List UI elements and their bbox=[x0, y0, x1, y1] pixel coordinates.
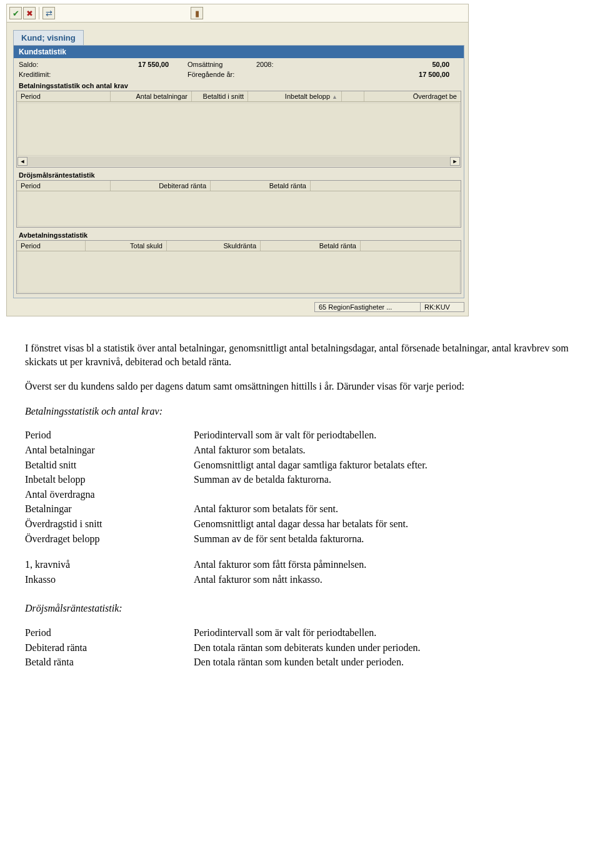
grid-betalning-header: Period Antal betalningar Betaltid i snit… bbox=[17, 91, 461, 102]
stats-row-1: Saldo: 17 550,00 Omsättning 2008: 50,00 bbox=[14, 58, 464, 68]
grid-betalning-hscroll[interactable]: ◄ ► bbox=[18, 156, 460, 166]
grid-betalning-body bbox=[18, 103, 460, 156]
col3-skuldranta[interactable]: Skuldränta bbox=[167, 241, 261, 251]
definition-term: 1, kravnivå bbox=[25, 557, 194, 572]
definition-row: Betaltid snittGenomsnittligt antal dagar… bbox=[25, 458, 428, 473]
definition-term: Inbetalt belopp bbox=[25, 472, 194, 487]
cancel-button[interactable]: ✖ bbox=[23, 7, 36, 19]
definition-term: Antal överdragna bbox=[25, 487, 194, 502]
definition-term: Period bbox=[25, 428, 194, 443]
section-avbetalning-title: Avbetalningsstatistik bbox=[14, 230, 464, 240]
definition-row: 1, kravnivåAntal fakturor som fått först… bbox=[25, 557, 366, 572]
definitions-1: PeriodPeriodintervall som är valt för pe… bbox=[25, 428, 428, 546]
exit-button[interactable]: ▮ bbox=[191, 7, 203, 19]
foregaende-value: 17 500,00 bbox=[306, 71, 459, 78]
scroll-right-icon[interactable]: ► bbox=[450, 157, 460, 166]
definition-term: Betald ränta bbox=[25, 655, 194, 670]
definition-desc: Summan av de för sent betalda fakturorna… bbox=[194, 532, 428, 547]
doc-paragraph-2: Överst ser du kundens saldo per dagens d… bbox=[25, 380, 575, 393]
tab-kund-visning[interactable]: Kund; visning bbox=[13, 30, 84, 45]
col-inbetalt[interactable]: Inbetalt belopp ▲ bbox=[248, 91, 342, 101]
swap-button[interactable]: ⇄ bbox=[42, 7, 55, 19]
definition-term: Överdraget belopp bbox=[25, 532, 194, 547]
section-betalning-title: Betalningsstatistik och antal krav bbox=[14, 81, 464, 91]
definitions-3: PeriodPeriodintervall som är valt för pe… bbox=[25, 625, 421, 670]
col3-total-skuld[interactable]: Total skuld bbox=[86, 241, 167, 251]
definition-desc: Antal fakturor som betalats för sent. bbox=[194, 502, 428, 517]
definition-desc: Genomsnittligt antal dagar dessa har bet… bbox=[194, 517, 428, 532]
grid-drojsmal-body bbox=[18, 192, 460, 226]
status-company: 65 RegionFastigheter ... bbox=[314, 302, 421, 312]
definition-desc: Den totala räntan som debiterats kunden … bbox=[194, 640, 421, 655]
col2-betald[interactable]: Betald ränta bbox=[211, 181, 311, 191]
section-drojsmal-title: Dröjsmålsräntestatistik bbox=[14, 170, 464, 180]
stats-row-2: Kreditlimit: Föregående år: 17 500,00 bbox=[14, 68, 464, 81]
kreditlimit-label: Kreditlimit: bbox=[19, 71, 75, 78]
definition-desc bbox=[194, 487, 428, 502]
col2-debiterad[interactable]: Debiterad ränta bbox=[111, 181, 211, 191]
omsattning-label: Omsättning bbox=[188, 61, 256, 68]
document-body: I fönstret visas bl a statistik över ant… bbox=[25, 341, 575, 670]
saldo-value: 17 550,00 bbox=[75, 61, 188, 68]
col3-period[interactable]: Period bbox=[17, 241, 86, 251]
definition-row: Inbetalt beloppSumman av de betalda fakt… bbox=[25, 472, 428, 487]
definition-desc: Genomsnittligt antal dagar samtliga fakt… bbox=[194, 458, 428, 473]
doc-heading-1: Betalningsstatistik och antal krav: bbox=[25, 405, 575, 418]
definition-row: Antal betalningarAntal fakturor som beta… bbox=[25, 443, 428, 458]
doc-heading-2: Dröjsmålsräntestatistik: bbox=[25, 602, 575, 615]
grid-avbetalning-body bbox=[18, 252, 460, 293]
definition-desc: Periodintervall som är valt för periodta… bbox=[194, 625, 421, 640]
toolbar-spacer bbox=[7, 23, 468, 28]
definition-row: Överdragstid i snittGenomsnittligt antal… bbox=[25, 517, 428, 532]
col-overdraget[interactable]: Överdraget be bbox=[364, 91, 461, 101]
definition-term: Betalningar bbox=[25, 502, 194, 517]
definition-term: Överdragstid i snitt bbox=[25, 517, 194, 532]
app-window: ✔ ✖ ⇄ ▮ Kund; visning Kundstatistik Sald… bbox=[6, 4, 469, 316]
definition-row: Överdraget beloppSumman av de för sent b… bbox=[25, 532, 428, 547]
definition-desc: Periodintervall som är valt för periodta… bbox=[194, 428, 428, 443]
col2-period[interactable]: Period bbox=[17, 181, 111, 191]
sort-asc-icon: ▲ bbox=[332, 94, 338, 100]
col3-betald-ranta[interactable]: Betald ränta bbox=[261, 241, 361, 251]
year-value: 50,00 bbox=[306, 61, 459, 68]
toolbar-separator bbox=[39, 7, 39, 19]
definition-desc: Antal fakturor som fått första påminnels… bbox=[194, 557, 366, 572]
definitions-2: 1, kravnivåAntal fakturor som fått först… bbox=[25, 557, 366, 587]
panel-title: Kundstatistik bbox=[14, 46, 464, 58]
saldo-label: Saldo: bbox=[19, 61, 75, 68]
definition-desc: Summan av de betalda fakturorna. bbox=[194, 472, 428, 487]
col-blank[interactable] bbox=[342, 91, 364, 101]
status-bar: 65 RegionFastigheter ... RK:KUV bbox=[13, 302, 464, 312]
definition-term: Period bbox=[25, 625, 194, 640]
definition-term: Inkasso bbox=[25, 572, 194, 587]
grid-drojsmal: Period Debiterad ränta Betald ränta bbox=[16, 180, 461, 228]
definition-row: BetalningarAntal fakturor som betalats f… bbox=[25, 502, 428, 517]
grid-avbetalning-header: Period Total skuld Skuldränta Betald rän… bbox=[17, 241, 461, 251]
definition-desc: Antal fakturor som betalats. bbox=[194, 443, 428, 458]
grid-betalning: Period Antal betalningar Betaltid i snit… bbox=[16, 91, 461, 168]
grid-drojsmal-header: Period Debiterad ränta Betald ränta bbox=[17, 181, 461, 191]
col-antal-betalningar[interactable]: Antal betalningar bbox=[111, 91, 192, 101]
definition-desc: Den totala räntan som kunden betalt unde… bbox=[194, 655, 421, 670]
scroll-left-icon[interactable]: ◄ bbox=[18, 157, 28, 166]
definition-term: Betaltid snitt bbox=[25, 458, 194, 473]
kreditlimit-value bbox=[75, 71, 188, 78]
toolbar: ✔ ✖ ⇄ ▮ bbox=[7, 4, 468, 23]
definition-row: PeriodPeriodintervall som är valt för pe… bbox=[25, 428, 428, 443]
definition-row: PeriodPeriodintervall som är valt för pe… bbox=[25, 625, 421, 640]
status-code: RK:KUV bbox=[421, 302, 464, 312]
doc-paragraph-1: I fönstret visas bl a statistik över ant… bbox=[25, 341, 575, 368]
definition-row: Betald räntaDen totala räntan som kunden… bbox=[25, 655, 421, 670]
ok-button[interactable]: ✔ bbox=[9, 7, 22, 19]
year-label: 2008: bbox=[256, 61, 306, 68]
grid-avbetalning: Period Total skuld Skuldränta Betald rän… bbox=[16, 240, 461, 294]
foregaende-label: Föregående år: bbox=[188, 71, 256, 78]
col-betaltid[interactable]: Betaltid i snitt bbox=[192, 91, 248, 101]
definition-row: InkassoAntal fakturor som nått inkasso. bbox=[25, 572, 366, 587]
definition-term: Debiterad ränta bbox=[25, 640, 194, 655]
definition-term: Antal betalningar bbox=[25, 443, 194, 458]
definition-row: Antal överdragna bbox=[25, 487, 428, 502]
definition-desc: Antal fakturor som nått inkasso. bbox=[194, 572, 366, 587]
main-panel: Kundstatistik Saldo: 17 550,00 Omsättnin… bbox=[13, 45, 464, 298]
col-period[interactable]: Period bbox=[17, 91, 111, 101]
